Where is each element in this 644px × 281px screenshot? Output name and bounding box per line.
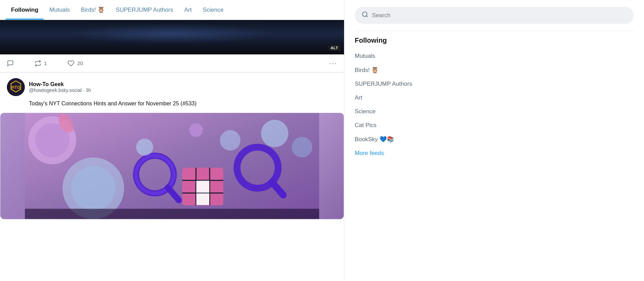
author-name[interactable]: How-To Geek	[29, 81, 91, 87]
author-info: How-To Geek @howtogeek.bsky.social · 3h	[29, 81, 91, 93]
feed-item-superjump[interactable]: SUPERJUMP Authors	[355, 77, 634, 91]
svg-text:HTG: HTG	[11, 85, 20, 90]
search-box[interactable]	[355, 7, 634, 24]
feed-item-mutuals[interactable]: Mutuals	[355, 49, 634, 63]
post-image-puzzle[interactable]	[0, 113, 344, 219]
puzzle-image-bg	[0, 113, 344, 219]
search-input[interactable]	[372, 12, 627, 19]
feed-item-catpics[interactable]: Cat Pics	[355, 118, 634, 132]
svg-point-25	[136, 139, 153, 156]
post-card-howtogeek: HTG How-To Geek @howtogeek.bsky.social ·…	[0, 73, 344, 220]
feed-item-booksky[interactable]: BookSky 💙📚	[355, 132, 634, 146]
tab-science[interactable]: Science	[197, 0, 229, 20]
feeds-section-title: Following	[355, 37, 634, 44]
tab-mutuals[interactable]: Mutuals	[44, 0, 75, 20]
post-card-top: ALT	[0, 20, 344, 73]
repost-count: 1	[44, 60, 47, 66]
svg-rect-26	[25, 209, 319, 219]
post-content: HTG How-To Geek @howtogeek.bsky.social ·…	[0, 73, 344, 108]
feed-item-art[interactable]: Art	[355, 91, 634, 105]
search-icon	[362, 11, 368, 20]
alt-badge[interactable]: ALT	[328, 45, 341, 51]
feed-item-birds[interactable]: Birds! 🦉	[355, 63, 634, 77]
comment-icon	[7, 60, 14, 67]
svg-point-20	[261, 120, 288, 147]
svg-point-21	[292, 137, 312, 158]
tab-following[interactable]: Following	[6, 0, 44, 20]
avatar[interactable]: HTG	[7, 78, 25, 96]
sidebar-divider	[355, 31, 634, 31]
repost-button[interactable]: 1	[34, 60, 47, 67]
more-options-button[interactable]: ···	[329, 59, 337, 67]
comment-button[interactable]	[7, 60, 14, 67]
svg-rect-16	[196, 181, 209, 193]
svg-point-23	[189, 123, 203, 137]
repost-icon	[34, 60, 41, 67]
tab-birds[interactable]: Birds! 🦉	[75, 0, 110, 20]
feed: ALT	[0, 20, 344, 281]
post-text: Today's NYT Connections Hints and Answer…	[7, 100, 337, 108]
sidebar: Following Mutuals Birds! 🦉 SUPERJUMP Aut…	[344, 0, 644, 281]
more-feeds-link[interactable]: More feeds	[355, 146, 634, 160]
feeds-section: Following Mutuals Birds! 🦉 SUPERJUMP Aut…	[355, 37, 634, 160]
heart-icon	[67, 60, 74, 67]
tab-art[interactable]: Art	[179, 0, 197, 20]
post-actions-top: 1 20 ···	[0, 54, 344, 72]
author-row: HTG How-To Geek @howtogeek.bsky.social ·…	[7, 78, 337, 96]
post-image-top: ALT	[0, 20, 344, 54]
svg-line-28	[366, 16, 368, 17]
tab-bar: Following Mutuals Birds! 🦉 SUPERJUMP Aut…	[0, 0, 344, 20]
htg-logo-icon: HTG	[7, 78, 25, 96]
tab-superjump[interactable]: SUPERJUMP Authors	[110, 0, 179, 20]
author-handle: @howtogeek.bsky.social · 3h	[29, 87, 91, 93]
svg-point-7	[71, 166, 115, 210]
like-count: 20	[77, 60, 83, 66]
feed-item-science[interactable]: Science	[355, 105, 634, 118]
svg-point-24	[220, 130, 241, 151]
svg-point-27	[363, 12, 367, 17]
svg-rect-17	[196, 193, 209, 205]
like-button[interactable]: 20	[67, 60, 83, 67]
